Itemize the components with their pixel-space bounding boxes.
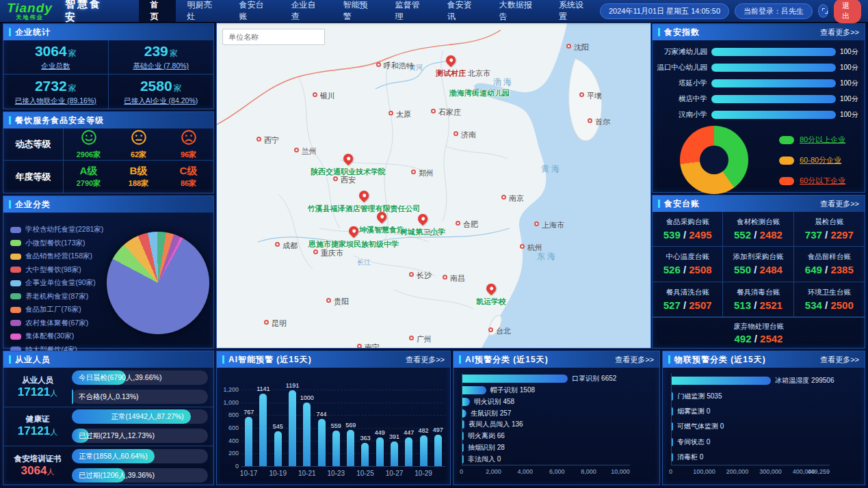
ledger-cell-value: 737 / 2297 xyxy=(805,229,854,241)
grid-line xyxy=(241,453,445,454)
nav-item-0[interactable]: 首页 xyxy=(139,0,176,22)
nav-item-5[interactable]: 监督管理 xyxy=(384,0,436,22)
fullscreen-button[interactable] xyxy=(818,4,828,18)
classify-legend-item-5: 养老机构食堂(87家) xyxy=(10,292,103,301)
sea-label-0: 渤海 xyxy=(493,77,514,88)
frown-face-icon xyxy=(180,128,198,149)
ledger-cell-value: 534 / 2500 xyxy=(805,299,854,311)
y-tick: 1,200 xyxy=(218,386,239,393)
ai-category-more-link[interactable]: 查看更多>> xyxy=(615,355,654,365)
safety-level-body: 动态等级2906家62家96家年度等级A级2790家B级188家C级86家 xyxy=(3,128,213,193)
legend-label: 食品加工厂(76家) xyxy=(25,305,81,314)
stat-number: 2580 xyxy=(140,78,172,94)
china-map[interactable]: 沈阳呼和浩特北京市天津市平壤首尔银川石家庄太原济南西宁兰州郑州西安南京合肥上海市… xyxy=(216,23,651,349)
ledger-more-link[interactable]: 查看更多>> xyxy=(820,199,859,209)
hbar xyxy=(672,407,673,416)
nav-item-4[interactable]: 智能预警 xyxy=(332,0,384,22)
map-search-input[interactable] xyxy=(223,33,324,41)
staff-number: 17121 xyxy=(18,385,50,398)
city-dot xyxy=(313,249,318,254)
panel-safety-index-title: 食安指数 xyxy=(658,27,700,38)
stat-label: 基础企业 (7.80%) xyxy=(133,62,189,71)
panel-enterprise-classify-title: 企业分类 xyxy=(9,199,51,211)
staff-group-0: 从业人员17121人今日晨检(6790人,39.66%)不合格(9人,0.13%… xyxy=(3,368,213,407)
ledger-total: 2482 xyxy=(760,229,782,241)
grid-line xyxy=(241,415,445,416)
ai-bar xyxy=(245,417,252,466)
stat-cell-2: 2732家已接入物联企业 (89.16%) xyxy=(3,74,109,109)
level-row-1: 年度等级A级2790家B级188家C级86家 xyxy=(3,161,213,193)
x-tick: 6,000 xyxy=(549,468,565,475)
ai-warning-more-link[interactable]: 查看更多>> xyxy=(406,355,445,365)
legend-label: 食品销售经营(158家) xyxy=(25,252,92,261)
stat-unit: 家 xyxy=(68,83,77,93)
map-city-6: 银川 xyxy=(320,91,335,101)
hbar-label: 夜间人员闯入 136 xyxy=(469,420,523,429)
x-tick: 0 xyxy=(669,468,672,475)
hbar-label: 非法闯入 0 xyxy=(468,455,501,463)
stat-unit: 家 xyxy=(68,49,77,58)
index-school-label: 塔延小学 xyxy=(653,79,711,88)
legend-swatch xyxy=(10,240,21,246)
legend-label: 养老机构食堂(87家) xyxy=(25,292,88,301)
hbar-label: 明火离岗 66 xyxy=(468,432,505,440)
level-count: 188家 xyxy=(129,178,148,189)
panel-ai-warning-header: AI智能预警 (近15天) 查看更多>> xyxy=(217,351,450,368)
panel-safety-level: 餐饮服务食品安全等级 动态等级2906家62家96家年度等级A级2790家B级1… xyxy=(3,111,214,193)
classify-legend-item-7: 农村集体聚餐(67家) xyxy=(10,318,103,328)
nav-item-6[interactable]: 食安资讯 xyxy=(436,0,488,22)
y-tick: 0 xyxy=(218,463,239,470)
map-city-22: 长沙 xyxy=(417,271,432,281)
hbar-label: 帽子识别 1508 xyxy=(490,386,535,394)
donut-legend-item-2: 60分以下企业 xyxy=(779,176,845,186)
map-city-26: 南宁 xyxy=(365,342,380,349)
nav-item-2[interactable]: 食安台账 xyxy=(228,0,280,22)
nav-item-3[interactable]: 企业自查 xyxy=(280,0,332,22)
nav-item-7[interactable]: 大数据报告 xyxy=(488,0,548,22)
legend-label: 大中型餐饮(98家) xyxy=(25,265,81,275)
map-marker-label: 竹溪县福泽酒店管理有限责任公司 xyxy=(308,204,421,214)
city-dot xyxy=(411,170,416,174)
ledger-sep: / xyxy=(822,264,831,275)
ledger-total: 2297 xyxy=(830,229,853,241)
ledger-footer-cell: 废弃物处理台账 492 / 2542 xyxy=(653,317,865,349)
index-row-0: 万家滩幼儿园100分 xyxy=(653,44,865,59)
level-count: 96家 xyxy=(181,150,196,160)
map-city-19: 成都 xyxy=(282,241,298,251)
index-score-value: 100分 xyxy=(840,47,858,57)
legend-label: 小微型餐饮(173家) xyxy=(25,239,86,248)
city-dot xyxy=(409,336,414,340)
x-tick: 10-25 xyxy=(354,470,376,477)
map-city-20: 重庆市 xyxy=(321,248,343,258)
map-city-9: 济南 xyxy=(461,130,476,140)
classify-pie-chart xyxy=(107,232,209,334)
level-row-label: 动态等级 xyxy=(3,128,64,160)
index-score-bar xyxy=(711,48,836,56)
nav-item-1[interactable]: 明厨亮灶 xyxy=(176,0,228,22)
ledger-total: 2484 xyxy=(760,264,782,275)
safety-index-more-link[interactable]: 查看更多>> xyxy=(820,27,859,38)
stat-number: 239 xyxy=(144,43,168,59)
map-city-10: 西宁 xyxy=(264,135,279,146)
hbar-label: 消毒柜 0 xyxy=(677,453,703,461)
ledger-cell-value: 649 / 2385 xyxy=(805,264,854,275)
x-axis-line xyxy=(671,465,830,465)
staff-group-bars: 正常(1858人,60.64%)已过期(1206人,39.36%) xyxy=(72,446,213,486)
legend-swatch xyxy=(10,334,21,340)
nav-item-8[interactable]: 系统设置 xyxy=(548,0,600,22)
ledger-done: 513 xyxy=(734,299,751,311)
logout-button[interactable]: 退出 xyxy=(834,0,861,23)
map-city-27: 台北 xyxy=(496,326,511,336)
ledger-cell-0: 食品采购台账539 / 2495 xyxy=(653,212,723,247)
ai-bar xyxy=(376,437,384,466)
ai-bar xyxy=(405,437,412,466)
ledger-cell-label: 餐具消毒台账 xyxy=(737,288,780,297)
x-tick: 0 xyxy=(460,468,463,475)
legend-swatch xyxy=(10,267,21,273)
panel-safety-index-header: 食安指数 查看更多>> xyxy=(653,24,865,40)
iot-category-more-link[interactable]: 查看更多>> xyxy=(820,355,859,365)
hbar xyxy=(462,386,486,394)
staff-bar-1-0: 正常(14942人,87.27%) xyxy=(72,409,208,424)
panel-enterprise-stats-title: 企业统计 xyxy=(9,27,51,38)
staff-group-left: 食安培训证书3064人 xyxy=(3,446,72,486)
